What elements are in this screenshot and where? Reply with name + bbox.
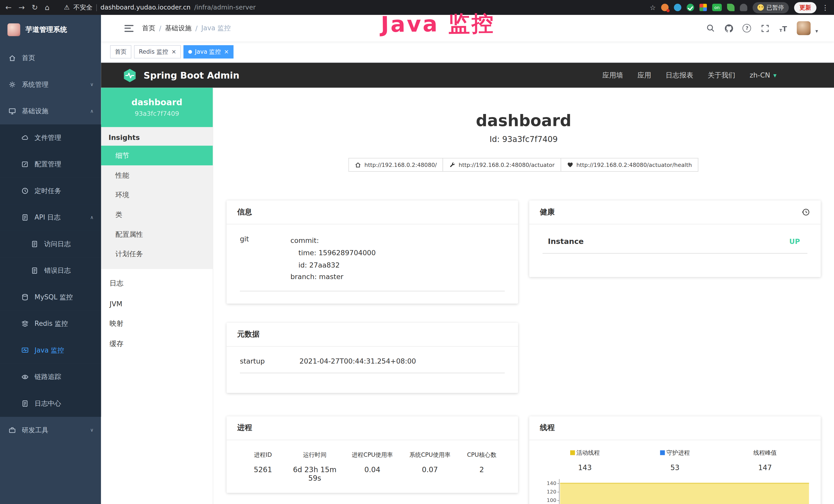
sba-item-jvm[interactable]: JVM <box>101 294 213 314</box>
sba-nav-wallboard[interactable]: 应用墙 <box>602 70 623 80</box>
sba-brand[interactable]: Spring Boot Admin <box>122 68 239 83</box>
tab-label: Redis 监控 <box>139 48 168 56</box>
legend-live-threads: 活动线程 <box>540 449 630 457</box>
sba-item-environment[interactable]: 环境 <box>101 185 213 205</box>
reload-icon[interactable]: ↻ <box>31 4 38 11</box>
help-icon[interactable]: ? <box>743 24 751 32</box>
topbar-actions: ? тT ▾ <box>706 21 834 35</box>
avatar-caret-icon[interactable]: ▾ <box>815 28 818 35</box>
hamburger-icon[interactable] <box>125 25 134 31</box>
sidebar-item-redis-monitor[interactable]: Redis 监控 <box>0 311 101 337</box>
paused-badge[interactable]: 已暂停 <box>752 2 789 13</box>
search-icon[interactable] <box>706 24 715 32</box>
sidebar-item-infrastructure[interactable]: 基础设施 ∧ <box>0 98 101 124</box>
sidebar-item-label: MySQL 监控 <box>35 293 73 302</box>
health-instance-row[interactable]: Instance UP <box>543 235 807 253</box>
address-bar[interactable]: ⚠ 不安全 dashboard.yudao.iocoder.cn/infra/a… <box>64 3 643 12</box>
sidebar-item-file-management[interactable]: 文件管理 <box>0 124 101 151</box>
sidebar-item-java-monitor[interactable]: Java 监控 <box>0 337 101 364</box>
app-title: 芋道管理系统 <box>25 25 67 35</box>
sba-item-mappings[interactable]: 映射 <box>101 314 213 334</box>
locale-selector[interactable]: zh-CN ▾ <box>750 71 777 79</box>
process-column: 运行时间 6d 23h 15m 59s <box>286 451 344 482</box>
sba-nav-links: 应用墙 应用 日志报表 关于我们 zh-CN ▾ <box>602 70 776 80</box>
sba-item-caches[interactable]: 缓存 <box>101 334 213 354</box>
breadcrumb-current: Java 监控 <box>201 24 231 32</box>
avatar[interactable] <box>797 21 811 35</box>
sidebar-item-scheduled-tasks[interactable]: 定时任务 <box>0 178 101 204</box>
sidebar-item-config-management[interactable]: 配置管理 <box>0 151 101 178</box>
pawn-extension-icon[interactable] <box>740 4 747 11</box>
on-badge-extension-icon[interactable]: on <box>712 4 722 11</box>
home-icon[interactable]: ⌂ <box>45 4 49 11</box>
sba-item-classes[interactable]: 类 <box>101 205 213 224</box>
actuator-url-button[interactable]: http://192.168.0.2:48080/actuator <box>443 158 561 172</box>
grid-extension-icon[interactable] <box>699 4 707 11</box>
sidebar-item-system[interactable]: 系统管理 ∨ <box>0 71 101 98</box>
git-time-line: time: 1596289704000 <box>290 247 376 259</box>
sidebar-item-mysql-monitor[interactable]: MySQL 监控 <box>0 284 101 311</box>
leaf-extension-icon[interactable] <box>727 4 734 11</box>
security-warning-icon[interactable]: ⚠ <box>64 4 70 11</box>
tab-java-monitor[interactable]: Java 监控 × <box>184 45 234 59</box>
health-url-button[interactable]: http://192.168.0.2:48080/actuator/health <box>561 158 698 172</box>
breadcrumb-infrastructure[interactable]: 基础设施 <box>165 24 192 32</box>
sba-nav-about[interactable]: 关于我们 <box>708 70 736 80</box>
forward-icon[interactable]: → <box>19 4 25 11</box>
fullscreen-icon[interactable] <box>761 24 770 32</box>
active-dot <box>189 50 192 54</box>
bookmark-star-icon[interactable]: ☆ <box>650 3 656 11</box>
sba-item-metrics[interactable]: 性能 <box>101 165 213 185</box>
history-icon[interactable] <box>802 208 810 216</box>
fox-extension-icon[interactable] <box>661 4 668 11</box>
peak-threads-value: 147 <box>720 463 810 472</box>
insights-group: Insights 细节 性能 环境 类 配置属性 计划任务 <box>101 127 213 269</box>
sidebar-item-home[interactable]: 首页 <box>0 45 101 71</box>
sba-item-details[interactable]: 细节 <box>101 145 213 165</box>
instance-name: dashboard <box>132 97 182 107</box>
live-threads-area <box>560 483 809 504</box>
axis-tick: 140 <box>540 479 559 487</box>
check-extension-icon[interactable] <box>686 4 694 11</box>
instance-header[interactable]: dashboard 93a3fc7f7409 <box>101 88 213 127</box>
health-instance-label: Instance <box>548 237 584 246</box>
sba-item-config-props[interactable]: 配置属性 <box>101 224 213 244</box>
update-button[interactable]: 更新 <box>794 2 816 13</box>
sidebar-item-label: 日志中心 <box>35 399 61 408</box>
sba-nav-applications[interactable]: 应用 <box>637 70 651 80</box>
app-logo[interactable]: 芋道管理系统 <box>0 15 101 45</box>
page-title: dashboard <box>213 111 834 131</box>
database-icon <box>21 294 29 301</box>
tab-redis-monitor[interactable]: Redis 监控 × <box>134 45 181 59</box>
git-id-line: id: 27aa832 <box>290 259 376 271</box>
breadcrumb-home[interactable]: 首页 <box>142 24 155 32</box>
chevron-down-icon: ∨ <box>90 428 94 433</box>
metadata-card-title: 元数据 <box>226 323 518 347</box>
metadata-key: startup <box>240 358 300 365</box>
instance-url-button[interactable]: http://192.168.0.2:48080/ <box>349 158 443 172</box>
screen-pulse-icon <box>21 347 29 354</box>
document-icon <box>21 214 29 221</box>
sba-item-logs[interactable]: 日志 <box>101 273 213 294</box>
sidebar-item-tracing[interactable]: 链路追踪 <box>0 364 101 390</box>
sidebar-item-dev-tools[interactable]: 研发工具 ∨ <box>0 417 101 444</box>
back-icon[interactable]: ← <box>5 4 12 11</box>
sba-item-scheduled-tasks[interactable]: 计划任务 <box>101 244 213 264</box>
eye-icon <box>21 373 29 381</box>
process-column: CPU核心数 2 <box>459 451 505 482</box>
browser-menu-icon[interactable]: ⋮ <box>822 3 829 11</box>
sidebar-item-access-log[interactable]: 访问日志 <box>0 231 101 257</box>
drop-extension-icon[interactable] <box>674 4 681 11</box>
sba-nav-journal[interactable]: 日志报表 <box>665 70 693 80</box>
info-value: commit: time: 1596289704000 id: 27aa832 … <box>290 235 376 283</box>
breadcrumb-separator: / <box>195 24 198 32</box>
font-size-icon[interactable]: тT <box>779 24 788 32</box>
sidebar-item-error-log[interactable]: 错误日志 <box>0 257 101 284</box>
github-icon[interactable] <box>724 24 733 32</box>
sidebar-item-api-log[interactable]: API 日志 ∧ <box>0 204 101 231</box>
tab-home[interactable]: 首页 <box>110 45 132 59</box>
close-icon[interactable]: × <box>171 49 176 55</box>
sidebar-item-log-center[interactable]: 日志中心 <box>0 390 101 417</box>
sidebar-item-label: 错误日志 <box>44 266 71 275</box>
close-icon[interactable]: × <box>224 49 229 55</box>
